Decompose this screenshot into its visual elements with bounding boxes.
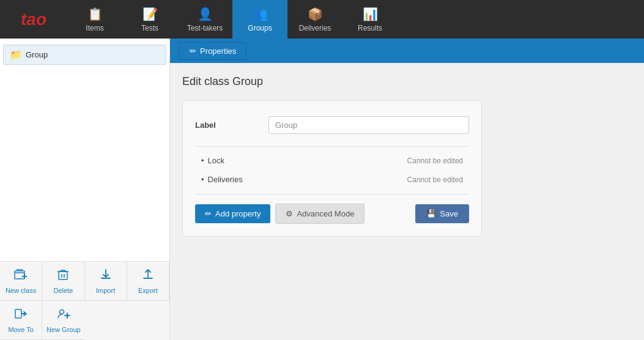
properties-tab[interactable]: ✏ Properties — [179, 42, 246, 60]
lock-property-value: Cannot be edited — [407, 157, 463, 165]
move-to-button[interactable]: Move To — [0, 301, 42, 340]
deliveries-property-value: Cannot be edited — [407, 176, 463, 184]
save-label: Save — [440, 209, 458, 218]
pencil-icon: ✏ — [190, 46, 196, 56]
label-field-label: Label — [195, 120, 268, 130]
nav-label-deliveries: Deliveries — [299, 24, 331, 32]
nav-label-items: Items — [86, 24, 103, 32]
form-panel: Label • Lock Cannot be edited • Deliveri… — [182, 100, 482, 237]
save-icon: 💾 — [426, 209, 436, 218]
new-group-label: New Group — [46, 326, 81, 333]
page-title: Edit class Group — [182, 75, 632, 88]
new-class-button[interactable]: New class — [0, 262, 42, 301]
nav-label-groups: Groups — [248, 24, 272, 32]
nav-label-tests: Tests — [141, 24, 158, 32]
main-layout: 📁 Group New class — [0, 39, 644, 340]
sub-header: ✏ Properties — [170, 39, 644, 63]
divider-2 — [195, 194, 469, 194]
nav-item-results[interactable]: 📊 Results — [342, 0, 398, 39]
nav-label-test-takers: Test-takers — [187, 24, 223, 32]
label-input[interactable] — [268, 116, 469, 134]
tree-item-label: Group — [26, 50, 48, 59]
form-actions: ✏ Add property ⚙ Advanced Mode 💾 Save — [195, 204, 469, 224]
folder-icon: 📁 — [10, 49, 22, 61]
nav-item-deliveries[interactable]: 📦 Deliveries — [287, 0, 342, 39]
content-area: ✏ Properties Edit class Group Label • Lo… — [170, 39, 644, 340]
delete-icon — [56, 268, 70, 284]
svg-point-3 — [59, 310, 64, 314]
nav-item-groups[interactable]: 👥 Groups — [232, 0, 287, 39]
nav-label-results: Results — [358, 24, 382, 32]
advanced-mode-label: Advanced Mode — [297, 209, 354, 218]
items-icon: 📋 — [87, 7, 103, 21]
svg-rect-0 — [15, 271, 24, 279]
nav-item-test-takers[interactable]: 👤 Test-takers — [177, 0, 232, 39]
add-property-icon: ✏ — [205, 209, 212, 218]
main-content: Edit class Group Label • Lock Cannot be … — [170, 63, 644, 340]
deliveries-bullet: • — [201, 175, 204, 184]
move-to-icon — [14, 307, 28, 323]
properties-tab-label: Properties — [200, 46, 236, 56]
property-row-lock: • Lock Cannot be edited — [195, 156, 469, 165]
test-takers-icon: 👤 — [198, 7, 213, 21]
new-group-icon — [57, 307, 70, 323]
new-group-button[interactable]: New Group — [42, 301, 84, 340]
deliveries-icon: 📦 — [308, 7, 323, 21]
add-property-button[interactable]: ✏ Add property — [195, 204, 270, 223]
import-button[interactable]: Import — [85, 262, 127, 301]
divider-1 — [195, 146, 469, 147]
delete-button[interactable]: Delete — [42, 262, 84, 301]
delete-label: Delete — [53, 287, 73, 294]
import-label: Import — [96, 287, 115, 294]
gear-icon: ⚙ — [286, 209, 293, 218]
advanced-mode-button[interactable]: ⚙ Advanced Mode — [275, 204, 365, 224]
nav-items: 📋 Items 📝 Tests 👤 Test-takers 👥 Groups 📦… — [67, 0, 638, 39]
top-nav: tao 📋 Items 📝 Tests 👤 Test-takers 👥 Grou… — [0, 0, 644, 39]
export-button[interactable]: Export — [127, 262, 169, 301]
add-property-label: Add property — [215, 209, 261, 218]
svg-rect-2 — [15, 309, 21, 318]
property-row-deliveries: • Deliveries Cannot be edited — [195, 175, 469, 184]
import-icon — [99, 268, 113, 284]
move-to-label: Move To — [8, 326, 33, 333]
save-button[interactable]: 💾 Save — [415, 204, 469, 223]
new-class-icon — [14, 268, 28, 284]
export-icon — [141, 268, 155, 284]
new-class-label: New class — [6, 287, 36, 294]
sidebar-actions: New class Delete — [0, 261, 169, 340]
nav-item-tests[interactable]: 📝 Tests — [122, 0, 177, 39]
nav-item-items[interactable]: 📋 Items — [67, 0, 122, 39]
logo-text: tao — [21, 10, 46, 29]
groups-icon: 👥 — [253, 7, 268, 21]
sidebar-tree: 📁 Group — [0, 39, 169, 261]
deliveries-property-name: Deliveries — [208, 175, 407, 184]
svg-rect-1 — [59, 272, 67, 279]
logo: tao — [6, 10, 61, 29]
label-row: Label — [195, 116, 469, 134]
tests-icon: 📝 — [142, 7, 158, 21]
sidebar: 📁 Group New class — [0, 39, 170, 340]
export-label: Export — [138, 287, 158, 294]
tree-item-group[interactable]: 📁 Group — [3, 45, 166, 65]
lock-bullet: • — [201, 156, 204, 165]
lock-property-name: Lock — [208, 156, 407, 165]
results-icon: 📊 — [363, 7, 378, 21]
